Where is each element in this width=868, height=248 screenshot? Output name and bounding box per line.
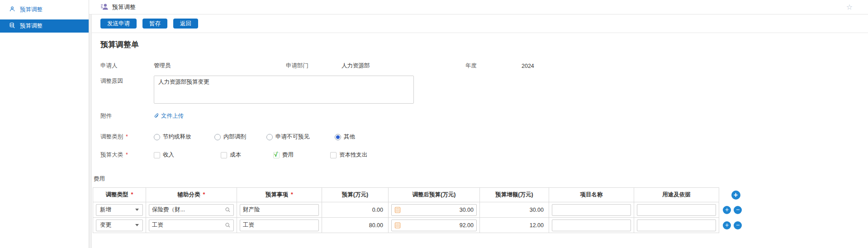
- year-value: 2024: [522, 63, 534, 69]
- favorite-star-icon[interactable]: ☆: [846, 4, 853, 11]
- checkbox-icon: [154, 152, 160, 158]
- checkbox-label: 收入: [163, 151, 174, 159]
- purpose-input[interactable]: [640, 222, 713, 229]
- search-icon[interactable]: [225, 222, 231, 228]
- add-row-button[interactable]: +: [723, 206, 731, 214]
- search-icon[interactable]: [225, 207, 231, 213]
- department-value: 人力资源部: [342, 62, 465, 70]
- person-search-icon: [9, 6, 15, 14]
- adjust-category-row: 调整类别* 节约或释放 内部调剂 申请不可预见 其他: [100, 133, 868, 141]
- chevron-down-icon: [135, 209, 139, 211]
- budget-class-label: 预算大类: [100, 152, 123, 158]
- checkbox-label: 费用: [282, 151, 294, 159]
- checkbox-option-income[interactable]: 收入: [154, 151, 221, 159]
- budget-value: 80.00: [322, 218, 389, 233]
- reason-textarea[interactable]: 人力资源部预算变更: [154, 76, 414, 104]
- project-name-box: [552, 219, 631, 231]
- add-row-button[interactable]: +: [723, 221, 731, 229]
- checkbox-icon: [330, 152, 337, 158]
- module-title: 预算调整: [112, 3, 136, 11]
- budget-item-input[interactable]: [243, 207, 316, 213]
- col-adjusted-budget: 调整后预算(万元): [413, 191, 456, 198]
- aux-category-lookup: [149, 219, 234, 231]
- radio-label: 节约或释放: [163, 133, 191, 141]
- aux-category-lookup: [149, 204, 234, 216]
- adjusted-budget-input[interactable]: [401, 222, 474, 229]
- checkbox-option-capital[interactable]: 资本性支出: [330, 151, 368, 159]
- expense-table-header-row: 调整类型* 辅助分类* 预算事项* 预算(万元) 调整后预算(万元) 预算增额(…: [93, 188, 751, 202]
- send-request-button[interactable]: 发送申请: [100, 19, 137, 29]
- module-header: 预算调整 ☆: [89, 0, 868, 14]
- budget-item-box: [240, 219, 319, 231]
- toolbar: 发送申请 暂存 返回: [89, 14, 868, 33]
- check-mark: √: [274, 151, 278, 158]
- budget-class-row: 预算大类* 收入 成本 √ 费用 资本性支出: [100, 151, 868, 159]
- sidebar-item-budget-adjust-query[interactable]: 预算调整: [0, 3, 89, 16]
- radio-icon: [154, 134, 160, 140]
- reason-row: 调整原因 人力资源部预算变更: [100, 76, 868, 104]
- project-name-box: [552, 204, 631, 216]
- radio-option-save-release[interactable]: 节约或释放: [154, 133, 214, 141]
- adjusted-budget-input[interactable]: [401, 207, 474, 213]
- aux-category-input[interactable]: [152, 222, 225, 229]
- checkbox-label: 成本: [230, 151, 241, 159]
- form-content: 预算调整单 申请人 管理员 申请部门 人力资源部 年度 2024 调整原因 人力…: [89, 33, 868, 233]
- calculator-icon[interactable]: [394, 207, 401, 213]
- sidebar-item-label: 预算调整: [20, 6, 43, 14]
- sidebar-splitter[interactable]: [89, 14, 92, 248]
- sidebar-item-budget-adjust[interactable]: 预算调整: [0, 19, 89, 33]
- expense-table: 调整类型* 辅助分类* 预算事项* 预算(万元) 调整后预算(万元) 预算增额(…: [93, 187, 751, 233]
- calculator-icon[interactable]: [394, 222, 401, 229]
- required-marker: *: [126, 134, 128, 140]
- project-name-input[interactable]: [555, 222, 628, 229]
- project-name-input[interactable]: [555, 207, 628, 213]
- col-budget-item: 预算事项: [266, 191, 288, 198]
- adjust-category-label: 调整类别: [100, 134, 123, 140]
- purpose-input[interactable]: [640, 207, 713, 213]
- profile-list-icon: [100, 3, 108, 12]
- main-area: 预算调整 ☆ 发送申请 暂存 返回 预算调整单 申请人 管理员 申请部门 人力资…: [89, 0, 868, 233]
- chevron-down-icon: [135, 224, 139, 226]
- budget-item-input[interactable]: [243, 222, 316, 229]
- col-project-name: 项目名称: [580, 191, 603, 198]
- save-draft-button[interactable]: 暂存: [142, 19, 167, 29]
- checkbox-option-cost[interactable]: 成本: [221, 151, 273, 159]
- radio-label: 其他: [344, 133, 355, 141]
- radio-label: 申请不可预见: [275, 133, 309, 141]
- radio-icon: [266, 134, 273, 140]
- col-adjust-type: 调整类型: [106, 191, 128, 198]
- aux-category-input[interactable]: [152, 207, 225, 213]
- required-marker: *: [126, 152, 128, 158]
- back-button[interactable]: 返回: [173, 19, 198, 29]
- required-marker: *: [131, 191, 133, 198]
- radio-icon-selected: [335, 134, 341, 140]
- basic-info-row: 申请人 管理员 申请部门 人力资源部 年度 2024: [100, 62, 868, 70]
- expense-table-row: 变更: [93, 218, 751, 233]
- radio-option-other[interactable]: 其他: [335, 133, 355, 141]
- purpose-box: [637, 204, 716, 216]
- paperclip-icon: [154, 113, 160, 120]
- remove-row-button[interactable]: −: [734, 206, 742, 214]
- adjusted-budget-box: [391, 219, 477, 231]
- col-aux-category: 辅助分类: [178, 191, 200, 198]
- budget-value: 0.00: [322, 202, 389, 218]
- add-row-button[interactable]: +: [731, 191, 740, 200]
- radio-option-unforeseen[interactable]: 申请不可预见: [266, 133, 335, 141]
- checkbox-option-expense[interactable]: √ 费用: [273, 151, 330, 159]
- radio-option-internal-transfer[interactable]: 内部调剂: [214, 133, 266, 141]
- form-title: 预算调整单: [100, 39, 868, 50]
- expense-table-row: 新增: [93, 202, 751, 218]
- applicant-value: 管理员: [154, 62, 286, 70]
- sidebar: 预算调整 预算调整: [0, 0, 89, 248]
- required-marker: *: [203, 191, 205, 198]
- adjust-type-select[interactable]: 新增: [96, 204, 143, 216]
- col-purpose: 用途及依据: [662, 191, 691, 198]
- checkbox-icon-checked: √: [273, 152, 280, 158]
- purpose-box: [637, 219, 716, 231]
- radio-icon: [214, 134, 221, 140]
- file-upload-label: 文件上传: [161, 112, 184, 120]
- increase-value: 12.00: [480, 218, 549, 233]
- adjust-type-select[interactable]: 变更: [96, 219, 143, 231]
- remove-row-button[interactable]: −: [734, 221, 742, 229]
- file-upload-link[interactable]: 文件上传: [154, 112, 184, 120]
